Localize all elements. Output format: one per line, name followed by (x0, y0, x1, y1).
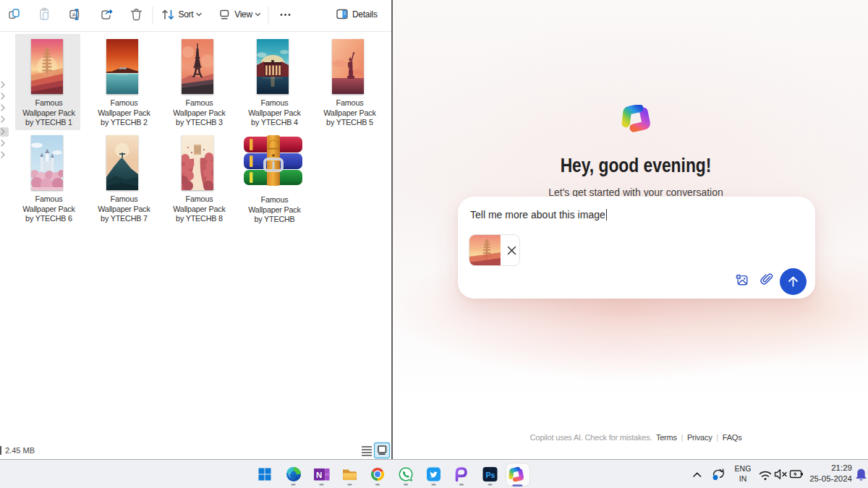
svg-text:A: A (72, 12, 77, 18)
svg-text:N: N (316, 471, 322, 479)
svg-text:Sort: Sort (179, 9, 195, 20)
svg-text:Details: Details (352, 9, 378, 20)
svg-text:View: View (234, 9, 252, 20)
svg-text:Ps: Ps (486, 471, 495, 479)
